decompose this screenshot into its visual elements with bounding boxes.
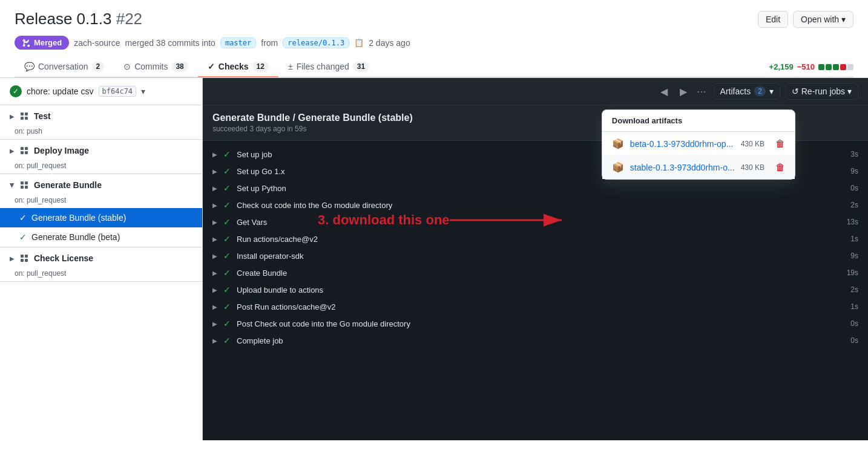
job-group-generate-header[interactable]: ▶ Generate Bundle bbox=[0, 174, 202, 196]
artifact-item-stable[interactable]: 📦 stable-0.1.3-973dd0rhm-o... 430 KB 🗑 bbox=[602, 155, 795, 179]
step-check-3: ✓ bbox=[223, 200, 231, 210]
artifacts-dropdown: Download artifacts 📦 beta-0.1.3-973dd0rh… bbox=[602, 109, 795, 180]
step-check-1: ✓ bbox=[223, 166, 231, 176]
next-nav-button[interactable]: ▶ bbox=[675, 83, 692, 100]
commit-hash[interactable]: bf64c74 bbox=[99, 86, 137, 97]
step-arrow-5[interactable]: ▶ bbox=[212, 236, 217, 243]
step-python[interactable]: ▶ ✓ Set up Python 0s bbox=[203, 180, 868, 197]
status-row: Merged zach-source merged 38 commits int… bbox=[15, 36, 853, 50]
deploy-trigger: on: pull_request bbox=[15, 161, 202, 174]
step-arrow-11[interactable]: ▶ bbox=[212, 337, 217, 344]
step-arrow-4[interactable]: ▶ bbox=[212, 219, 217, 226]
beta-job-name: Generate Bundle (beta) bbox=[31, 232, 120, 242]
step-name-5: Run actions/cache@v2 bbox=[237, 235, 844, 244]
generate-trigger: on: pull_request bbox=[15, 196, 202, 208]
step-operator-sdk[interactable]: ▶ ✓ Install operator-sdk 9s bbox=[203, 247, 868, 264]
job-group-test-header[interactable]: ▶ Test bbox=[0, 105, 202, 127]
step-get-vars[interactable]: ▶ ✓ Get Vars 13s bbox=[203, 213, 868, 230]
tab-files-changed[interactable]: ± Files changed 31 bbox=[278, 57, 379, 77]
svg-rect-5 bbox=[25, 147, 28, 150]
artifacts-bar: ◀ ▶ ⋯ Artifacts 2 ▾ ↺ Re-run jobs ▾ bbox=[203, 78, 868, 105]
rerun-label: ↺ Re-run jobs ▾ bbox=[792, 86, 852, 96]
base-branch[interactable]: master bbox=[220, 37, 256, 48]
step-upload-bundle[interactable]: ▶ ✓ Upload bundle to actions 2s bbox=[203, 281, 868, 298]
commit-hash-dropdown[interactable]: ▾ bbox=[141, 86, 145, 96]
step-complete-job[interactable]: ▶ ✓ Complete job 0s bbox=[203, 332, 868, 349]
step-name-8: Upload bundle to actions bbox=[237, 285, 844, 295]
artifacts-button[interactable]: Artifacts 2 ▾ bbox=[714, 83, 780, 100]
tabs-bar: 💬 Conversation 2 ⊙ Commits 38 ✓ Checks 1… bbox=[15, 57, 853, 77]
svg-rect-13 bbox=[25, 255, 28, 258]
commit-info: ✓ chore: update csv bf64c74 ▾ bbox=[0, 78, 202, 105]
job-item-stable[interactable]: ✓ Generate Bundle (stable) bbox=[0, 208, 202, 227]
additions: +2,159 bbox=[769, 62, 794, 71]
step-arrow-3[interactable]: ▶ bbox=[212, 202, 217, 209]
files-count: 31 bbox=[353, 62, 369, 71]
job-item-beta[interactable]: ✓ Generate Bundle (beta) bbox=[0, 227, 202, 247]
header-buttons: Edit Open with ▾ bbox=[758, 11, 853, 28]
tab-checks-label: Checks bbox=[219, 62, 249, 71]
tab-conversation[interactable]: 💬 Conversation 2 bbox=[15, 57, 114, 77]
artifact-beta-name[interactable]: beta-0.1.3-973dd0rhm-op... bbox=[630, 139, 735, 149]
step-arrow-7[interactable]: ▶ bbox=[212, 270, 217, 276]
license-trigger: on: pull_request bbox=[15, 269, 202, 281]
step-create-bundle[interactable]: ▶ ✓ Create Bundle 19s bbox=[203, 264, 868, 281]
step-checkout[interactable]: ▶ ✓ Check out code into the Go module di… bbox=[203, 197, 868, 213]
author: zach-source bbox=[74, 38, 120, 48]
license-expand-arrow: ▶ bbox=[10, 255, 15, 262]
rerun-button[interactable]: ↺ Re-run jobs ▾ bbox=[785, 83, 858, 100]
step-cache[interactable]: ▶ ✓ Run actions/cache@v2 1s bbox=[203, 230, 868, 247]
beta-check-icon: ✓ bbox=[19, 232, 27, 242]
job-group-license-header[interactable]: ▶ Check License bbox=[0, 247, 202, 269]
step-time-5: 1s bbox=[850, 235, 858, 243]
step-post-checkout[interactable]: ▶ ✓ Post Check out code into the Go modu… bbox=[203, 315, 868, 332]
test-trigger: on: push bbox=[15, 127, 202, 139]
svg-rect-0 bbox=[21, 112, 24, 116]
svg-rect-2 bbox=[21, 117, 24, 120]
artifact-stable-name[interactable]: stable-0.1.3-973dd0rhm-o... bbox=[630, 163, 735, 172]
step-name-9: Post Run actions/cache@v2 bbox=[237, 302, 844, 311]
artifacts-dropdown-header: Download artifacts bbox=[602, 110, 795, 132]
open-with-button[interactable]: Open with ▾ bbox=[793, 11, 853, 28]
step-name-6: Install operator-sdk bbox=[237, 252, 844, 261]
artifact-stable-delete[interactable]: 🗑 bbox=[775, 162, 785, 173]
svg-rect-10 bbox=[21, 186, 24, 189]
merged-badge: Merged bbox=[15, 36, 69, 50]
step-time-1: 9s bbox=[850, 167, 858, 175]
step-arrow-9[interactable]: ▶ bbox=[212, 304, 217, 310]
artifacts-label: Artifacts bbox=[720, 86, 751, 96]
job-group-deploy-header[interactable]: ▶ Deploy Image bbox=[0, 140, 202, 161]
step-post-cache[interactable]: ▶ ✓ Post Run actions/cache@v2 1s bbox=[203, 298, 868, 315]
step-arrow-6[interactable]: ▶ bbox=[212, 253, 217, 259]
artifact-stable-size: 430 KB bbox=[741, 163, 764, 172]
diff-block-green-1 bbox=[818, 64, 824, 70]
step-check-7: ✓ bbox=[223, 268, 231, 278]
artifact-beta-icon: 📦 bbox=[612, 138, 624, 149]
step-arrow-0[interactable]: ▶ bbox=[212, 151, 217, 158]
commits-icon: ⊙ bbox=[123, 62, 131, 71]
step-time-4: 13s bbox=[847, 218, 858, 226]
test-group-icon bbox=[19, 111, 29, 121]
checks-icon: ✓ bbox=[208, 62, 215, 71]
prev-nav-button[interactable]: ◀ bbox=[656, 83, 672, 100]
tab-checks[interactable]: ✓ Checks 12 bbox=[198, 57, 278, 77]
edit-button[interactable]: Edit bbox=[758, 11, 788, 28]
svg-rect-7 bbox=[25, 151, 28, 154]
artifact-beta-delete[interactable]: 🗑 bbox=[775, 138, 785, 149]
step-arrow-2[interactable]: ▶ bbox=[212, 185, 217, 192]
from-text: from bbox=[261, 38, 278, 48]
artifact-item-beta[interactable]: 📦 beta-0.1.3-973dd0rhm-op... 430 KB 🗑 bbox=[602, 132, 795, 155]
step-time-9: 1s bbox=[850, 302, 858, 311]
head-branch[interactable]: release/0.1.3 bbox=[283, 37, 349, 48]
step-check-4: ✓ bbox=[223, 217, 231, 227]
step-arrow-10[interactable]: ▶ bbox=[212, 321, 217, 327]
more-options-button[interactable]: ⋯ bbox=[694, 83, 709, 100]
tab-commits[interactable]: ⊙ Commits 38 bbox=[114, 57, 198, 77]
step-arrow-1[interactable]: ▶ bbox=[212, 168, 217, 175]
deploy-group-icon bbox=[19, 146, 29, 155]
svg-rect-14 bbox=[21, 259, 24, 262]
conversation-icon: 💬 bbox=[24, 62, 35, 71]
checks-count: 12 bbox=[252, 62, 269, 71]
step-arrow-8[interactable]: ▶ bbox=[212, 287, 217, 293]
step-check-2: ✓ bbox=[223, 183, 231, 193]
